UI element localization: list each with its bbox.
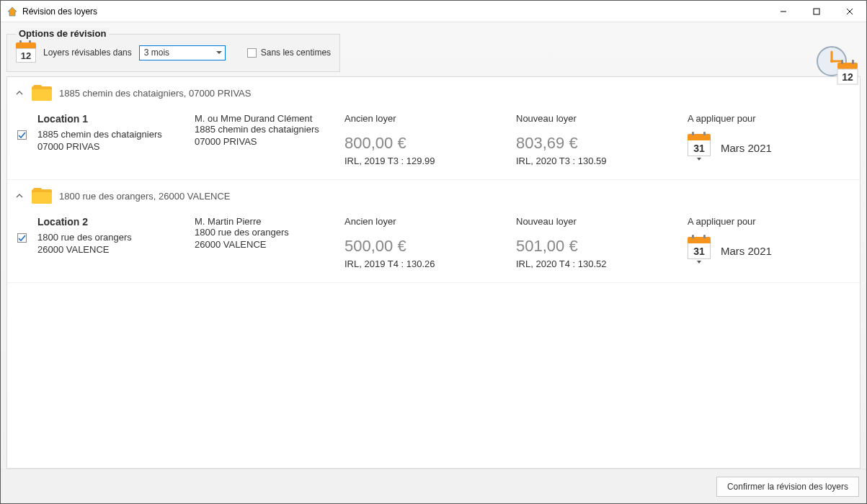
sans-centimes-checkbox[interactable]: Sans les centimes <box>247 48 331 58</box>
tenant-addr2: 07000 PRIVAS <box>195 136 339 148</box>
row-checkbox[interactable] <box>17 233 27 243</box>
old-rent-amount: 800,00 € <box>344 134 510 153</box>
confirm-label: Confirmer la révision des loyers <box>727 482 848 492</box>
chevron-down-icon <box>697 158 701 161</box>
old-rent-amount: 500,00 € <box>344 237 510 256</box>
old-rent-index: IRL, 2019 T3 : 129.99 <box>344 156 510 166</box>
group-address: 1885 chemin des chataigniers, 07000 PRIV… <box>59 88 251 99</box>
svg-text:12: 12 <box>842 71 853 83</box>
calendar-day: 12 <box>16 48 36 63</box>
footer: Confirmer la révision des loyers <box>1 469 866 503</box>
location-addr2: 26000 VALENCE <box>37 244 189 256</box>
property-group: 1800 rue des orangers, 26000 VALENCE Loc… <box>7 180 860 283</box>
confirm-button[interactable]: Confirmer la révision des loyers <box>716 477 859 497</box>
tenant-addr1: 1885 chemin des chataigniers <box>195 124 339 136</box>
chevron-down-icon <box>216 51 222 54</box>
window: Révision des loyers Options de révision … <box>0 0 867 504</box>
period-select[interactable]: 3 mois <box>139 45 226 60</box>
location-addr2: 07000 PRIVAS <box>37 141 189 153</box>
header-clock-calendar-icon: 12 <box>813 45 859 86</box>
calendar-day: 31 <box>688 140 711 156</box>
close-button[interactable] <box>833 1 866 22</box>
location-name: Location 1 <box>37 113 189 125</box>
titlebar: Révision des loyers <box>1 1 866 22</box>
svg-rect-10 <box>841 60 843 64</box>
new-rent-amount: 803,69 € <box>516 134 682 153</box>
row-checkbox[interactable] <box>17 130 27 140</box>
group-header[interactable]: 1800 rue des orangers, 26000 VALENCE <box>7 180 860 212</box>
checkbox-box <box>247 48 257 58</box>
window-title: Révision des loyers <box>22 6 97 17</box>
svg-rect-11 <box>852 60 854 64</box>
apply-month: Mars 2021 <box>721 245 772 257</box>
apply-date-picker[interactable]: 31 <box>688 134 711 162</box>
folder-icon <box>32 85 52 101</box>
svg-point-7 <box>830 60 833 63</box>
location-name: Location 2 <box>37 216 189 228</box>
chevron-up-icon <box>14 191 25 201</box>
chevron-down-icon <box>697 261 701 264</box>
apply-label: A appliquer pour <box>688 113 853 124</box>
svg-rect-1 <box>814 9 819 14</box>
old-rent-index: IRL, 2019 T4 : 130.26 <box>344 258 510 269</box>
apply-month: Mars 2021 <box>721 142 772 154</box>
new-rent-index: IRL, 2020 T4 : 130.52 <box>516 258 682 269</box>
folder-icon <box>32 188 52 204</box>
property-group: 1885 chemin des chataigniers, 07000 PRIV… <box>7 77 860 180</box>
location-addr1: 1800 rue des orangers <box>37 232 189 244</box>
sans-centimes-label: Sans les centimes <box>261 48 331 58</box>
group-address: 1800 rue des orangers, 26000 VALENCE <box>59 191 231 202</box>
tenant-name: M. ou Mme Durand Clément <box>195 113 339 124</box>
chevron-up-icon <box>14 88 25 98</box>
new-rent-label: Nouveau loyer <box>516 216 682 227</box>
maximize-button[interactable] <box>800 1 833 22</box>
new-rent-index: IRL, 2020 T3 : 130.59 <box>516 156 682 166</box>
new-rent-amount: 501,00 € <box>516 237 682 256</box>
location-row: Location 2 1800 rue des orangers 26000 V… <box>7 212 860 282</box>
location-addr1: 1885 chemin des chataigniers <box>37 129 189 141</box>
apply-label: A appliquer pour <box>688 216 853 227</box>
period-selected: 3 mois <box>144 48 169 58</box>
revision-list: 1885 chemin des chataigniers, 07000 PRIV… <box>6 76 861 469</box>
tenant-addr2: 26000 VALENCE <box>195 239 339 251</box>
new-rent-label: Nouveau loyer <box>516 113 682 124</box>
options-group: Options de révision 12 Loyers révisables… <box>6 34 340 72</box>
svg-rect-8 <box>837 63 858 69</box>
tenant-name: M. Martin Pierre <box>195 216 339 227</box>
revisable-label: Loyers révisables dans <box>43 48 132 58</box>
group-header[interactable]: 1885 chemin des chataigniers, 07000 PRIV… <box>7 77 860 109</box>
content: Options de révision 12 Loyers révisables… <box>1 22 866 503</box>
options-legend: Options de révision <box>16 28 109 39</box>
calendar-day: 31 <box>688 243 711 259</box>
tenant-addr1: 1800 rue des orangers <box>195 227 339 239</box>
app-icon <box>6 6 18 17</box>
old-rent-label: Ancien loyer <box>344 113 510 124</box>
minimize-button[interactable] <box>767 1 800 22</box>
location-row: Location 1 1885 chemin des chataigniers … <box>7 109 860 179</box>
old-rent-label: Ancien loyer <box>344 216 510 227</box>
apply-date-picker[interactable]: 31 <box>688 237 711 265</box>
calendar-icon: 12 <box>16 42 36 63</box>
